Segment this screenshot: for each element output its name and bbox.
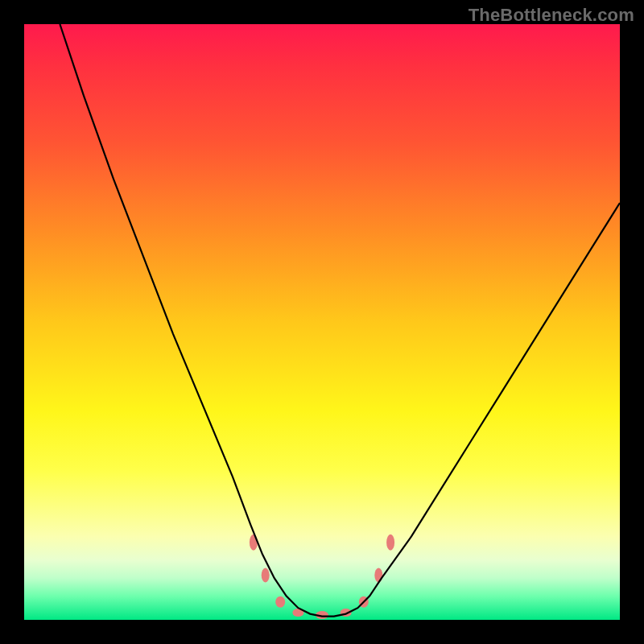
- watermark-text: TheBottleneck.com: [469, 5, 634, 26]
- chart-frame: TheBottleneck.com: [0, 0, 644, 644]
- chart-svg: [24, 24, 620, 620]
- bottleneck-curve: [60, 24, 620, 617]
- marker-dot: [386, 535, 394, 551]
- markers-group: [250, 535, 394, 619]
- marker-dot: [262, 568, 270, 583]
- plot-area: [24, 24, 620, 620]
- marker-dot: [275, 597, 285, 608]
- marker-dot: [374, 568, 382, 583]
